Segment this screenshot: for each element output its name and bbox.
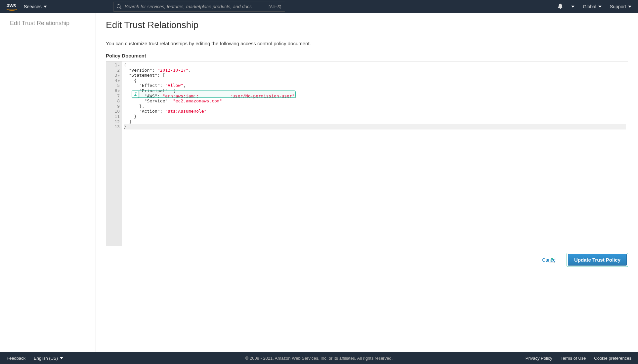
line-number: 13 [114,124,120,129]
update-button-highlight: Update Trust Policy [567,253,628,267]
update-trust-policy-button[interactable]: Update Trust Policy [568,254,627,266]
notifications-icon[interactable] [558,4,563,10]
fold-icon[interactable]: ▼ [118,90,120,93]
line-number: 5 [117,83,120,88]
line-number: 3 [115,73,117,78]
support-label: Support [610,4,626,9]
code-line: "Version": "2012-10-17", [124,68,626,73]
page-title: Edit Trust Relationship [106,20,628,34]
code-line: "Action": "sts:AssumeRole" [124,109,626,114]
content: Edit Trust Relationship You can customiz… [96,13,638,352]
caret-down-icon [598,6,602,8]
caret-down-icon [44,6,47,8]
line-number: 7 [117,93,120,98]
page-description: You can customize trust relationships by… [106,41,628,46]
code-line: } [124,114,626,119]
line-number: 2 [117,68,120,73]
annotation-callout-2: 2 [549,257,555,263]
aws-logo[interactable]: aws [7,3,17,11]
annotation-callout-1: 1 [132,91,139,98]
region-label: Global [583,4,596,9]
nav-right: Global Support [558,4,631,10]
code-line: "Service": "ec2.amazonaws.com" [124,98,626,104]
sidebar-title: Edit Trust Relationship [10,20,86,27]
fold-icon[interactable]: ▼ [118,74,120,77]
code-line-active: } [124,124,626,129]
main-container: Edit Trust Relationship Edit Trust Relat… [0,13,638,352]
services-menu[interactable]: Services [24,4,47,9]
code-line: ] [124,119,626,125]
line-number: 8 [117,98,120,103]
annotation-highlight-1 [137,91,296,98]
button-row: Cancel 2 Update Trust Policy [106,253,628,267]
code-line: { [124,62,626,68]
code-line: "Effect": "Allow", [124,83,626,88]
code-area[interactable]: 1 { "Version": "2012-10-17", "Statement"… [122,61,628,246]
line-number: 10 [114,109,120,114]
search-input[interactable] [125,4,265,9]
code-line: "Statement": [ [124,73,626,78]
fold-icon[interactable]: ▼ [118,79,120,83]
region-menu[interactable]: Global [583,4,601,9]
support-menu[interactable]: Support [610,4,631,9]
line-number: 9 [117,104,120,109]
services-label: Services [24,4,42,9]
cancel-button[interactable]: Cancel 2 [539,254,560,266]
line-number: 1 [115,62,117,67]
account-menu[interactable] [571,6,574,8]
caret-down-icon [628,6,631,8]
code-line: { [124,78,626,83]
search-icon [117,4,121,9]
line-number: 4 [115,78,117,83]
search-shortcut: [Alt+S] [269,4,281,9]
code-line: }, [124,104,626,109]
line-number: 11 [114,114,120,119]
aws-logo-text: aws [7,3,17,9]
code-editor[interactable]: 1▼ 2 3▼ 4▼ 5 6▼ 7 8 9 10 11 12 13 1 { "V… [106,61,628,246]
search-container[interactable]: [Alt+S] [113,2,285,12]
fold-icon[interactable]: ▼ [118,64,120,67]
code-gutter: 1▼ 2 3▼ 4▼ 5 6▼ 7 8 9 10 11 12 13 [106,61,122,246]
line-number: 12 [114,119,120,124]
caret-down-icon [571,6,574,8]
section-label: Policy Document [106,53,628,58]
top-nav: aws Services [Alt+S] Global Support [0,0,638,13]
sidebar: Edit Trust Relationship [0,13,96,352]
line-number: 6 [115,88,117,93]
